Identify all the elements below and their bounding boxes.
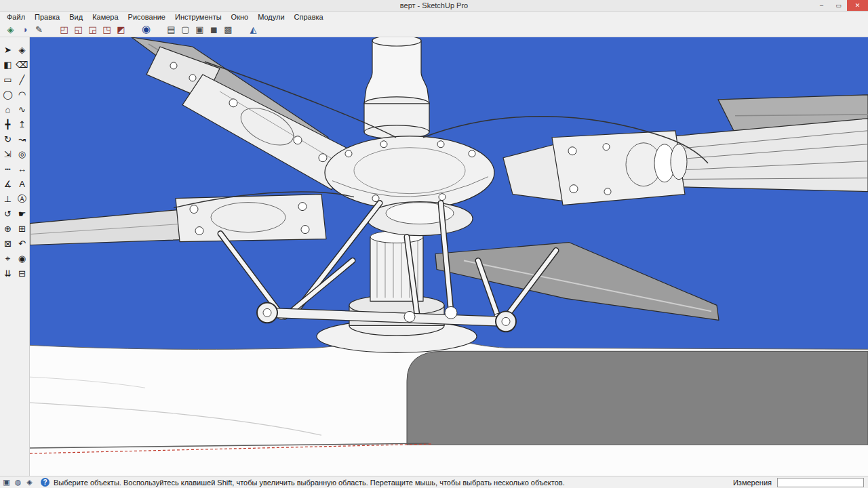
- freehand-tool[interactable]: ∿: [15, 102, 29, 117]
- credits-icon[interactable]: ◈: [24, 477, 35, 487]
- subtract-icon[interactable]: ◳: [100, 22, 114, 36]
- window-title: верт - SketchUp Pro: [0, 1, 868, 9]
- toolbar-group-solid-tools: ◰◱◲◳◩: [57, 22, 128, 36]
- menu-item[interactable]: Рисование: [123, 13, 170, 21]
- minimize-button[interactable]: –: [813, 0, 830, 11]
- viewport-3d[interactable]: [30, 37, 868, 476]
- menu-item[interactable]: Правка: [30, 13, 64, 21]
- protractor-tool[interactable]: ∡: [1, 177, 15, 191]
- previous-view-tool[interactable]: ↶: [15, 237, 29, 251]
- zoom-extents-tool[interactable]: ⊠: [1, 237, 15, 251]
- push-pull-tool[interactable]: ↥: [15, 117, 29, 131]
- paint-bucket-tool[interactable]: ◧: [1, 58, 15, 72]
- make-component-tool[interactable]: ◈: [15, 43, 29, 57]
- menu-item[interactable]: Инструменты: [170, 13, 226, 21]
- union-icon[interactable]: ◲: [85, 22, 100, 36]
- rectangle-tool[interactable]: ▭: [1, 73, 15, 87]
- menubar: ФайлПравкаВидКамераРисованиеИнструментыО…: [0, 12, 868, 22]
- zoom-tool[interactable]: ⊕: [1, 222, 15, 236]
- menu-item[interactable]: Справка: [290, 13, 328, 21]
- geolocation-icon[interactable]: ▣: [1, 477, 12, 487]
- tape-measure-tool[interactable]: ┅: [1, 162, 15, 176]
- maximize-button[interactable]: ▭: [830, 0, 847, 11]
- tool-icon: ⌖: [5, 253, 10, 264]
- shadows-icon[interactable]: ◭: [246, 22, 260, 36]
- menu-item[interactable]: Окно: [226, 13, 254, 21]
- zoom-window-tool[interactable]: ⊞: [15, 222, 29, 236]
- tool-icon: ⊥: [4, 194, 12, 204]
- arc-tool[interactable]: ◠: [15, 87, 29, 102]
- orbit-tool[interactable]: ↺: [1, 207, 15, 221]
- toolbar-group-location: ◉: [139, 22, 153, 36]
- tool-icon: ◧: [3, 60, 12, 70]
- textured-icon[interactable]: ▩: [221, 22, 235, 36]
- tool-icon: ⇲: [4, 149, 12, 159]
- close-button[interactable]: ✕: [847, 0, 868, 11]
- status-message: Выберите объекты. Воспользуйтесь клавише…: [52, 479, 731, 487]
- measurements-label: Измерения: [733, 479, 772, 487]
- intersect-icon[interactable]: ◱: [71, 22, 85, 36]
- follow-me-tool[interactable]: ↝: [15, 132, 29, 146]
- tool-icon: ◯: [3, 89, 13, 100]
- shaded-icon[interactable]: ◼: [207, 22, 221, 36]
- toolbar-group-face-styles: ▤▢▣◼▩: [164, 22, 235, 36]
- line-tool[interactable]: ╱: [15, 73, 29, 87]
- tool-icon: A: [19, 179, 25, 189]
- menu-item[interactable]: Камера: [87, 13, 123, 21]
- hidden-line-icon[interactable]: ▣: [193, 22, 207, 36]
- toolbar: ◈◑✎ ◰◱◲◳◩ ◉ ▤▢▣◼▩ ◭: [0, 22, 868, 37]
- 3d-text-tool[interactable]: Ⓐ: [15, 192, 29, 206]
- scale-tool[interactable]: ⇲: [1, 147, 15, 161]
- status-icons: ▣◍◈: [1, 477, 35, 487]
- sketchup-window: верт - SketchUp Pro – ▭ ✕ ФайлПравкаВидК…: [0, 0, 868, 488]
- dimension-tool[interactable]: ↔: [15, 162, 29, 176]
- tool-icon: ◠: [18, 89, 26, 100]
- menu-item[interactable]: Модули: [253, 13, 289, 21]
- tool-icon: ◎: [18, 149, 26, 159]
- section-plane-tool[interactable]: ⊟: [15, 266, 29, 281]
- tool-icon: ↶: [18, 239, 26, 249]
- wireframe-icon[interactable]: ▢: [178, 22, 193, 36]
- tool-icon: ↝: [18, 134, 26, 144]
- tool-icon: ⊕: [4, 224, 12, 234]
- axes-tool[interactable]: ⊥: [1, 192, 15, 206]
- menu-item[interactable]: Файл: [2, 13, 30, 21]
- tool-icon: ↔: [18, 164, 26, 174]
- select-tool[interactable]: ➤: [1, 43, 15, 57]
- tool-icon: ╱: [20, 75, 25, 85]
- outer-shell-icon[interactable]: ◰: [57, 22, 71, 36]
- tool-icon: Ⓐ: [18, 193, 26, 205]
- model-canvas: [30, 37, 868, 476]
- offset-tool[interactable]: ◎: [15, 147, 29, 161]
- make-component-icon[interactable]: ◈: [3, 22, 18, 36]
- tool-icon: ∡: [4, 179, 12, 189]
- tool-icon: ➤: [4, 45, 12, 55]
- helicopter-fuselage: [30, 338, 868, 476]
- circle-tool[interactable]: ◯: [1, 87, 15, 102]
- rotate-tool[interactable]: ↻: [1, 132, 15, 146]
- xray-icon[interactable]: ▤: [164, 22, 178, 36]
- tool-icon: ∿: [18, 104, 26, 115]
- polygon-tool[interactable]: ⌂: [1, 102, 15, 117]
- tool-icon: ☛: [18, 209, 26, 219]
- tool-icon: ⊠: [4, 239, 12, 249]
- pan-tool[interactable]: ☛: [15, 207, 29, 221]
- position-camera-tool[interactable]: ⌖: [1, 251, 15, 266]
- statusbar: ▣◍◈ ? Выберите объекты. Воспользуйтесь к…: [0, 476, 868, 488]
- tool-icon: ┅: [5, 164, 11, 174]
- eraser-tool[interactable]: ⌫: [15, 58, 29, 72]
- toolbar-group-model: ◈◑✎: [3, 22, 46, 36]
- tool-icon: ◈: [19, 45, 26, 55]
- look-around-tool[interactable]: ◉: [15, 251, 29, 266]
- text-tool[interactable]: A: [15, 177, 29, 191]
- walk-tool[interactable]: ⇊: [1, 266, 15, 281]
- toolbar-group-shadows: ◭: [246, 22, 260, 36]
- move-tool[interactable]: ╋: [1, 117, 15, 131]
- styles-icon[interactable]: ✎: [32, 22, 46, 36]
- measurements-input[interactable]: [777, 478, 864, 487]
- trim-icon[interactable]: ◩: [114, 22, 128, 36]
- add-location-icon[interactable]: ◉: [139, 22, 153, 36]
- model-info-icon[interactable]: ◍: [13, 477, 23, 487]
- materials-icon[interactable]: ◑: [18, 22, 32, 36]
- menu-item[interactable]: Вид: [64, 13, 87, 21]
